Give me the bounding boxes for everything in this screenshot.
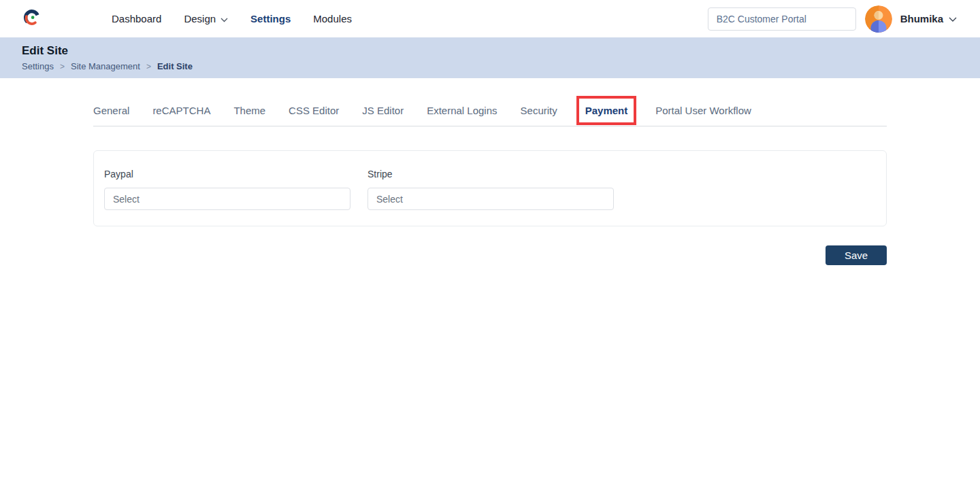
user-name: Bhumika	[900, 13, 943, 24]
nav-item-dashboard[interactable]: Dashboard	[112, 13, 161, 24]
breadcrumb-separator: >	[60, 62, 65, 71]
tab-general[interactable]: General	[93, 105, 129, 116]
main-menu: Dashboard Design Settings Modules	[112, 13, 352, 24]
stripe-field: Stripe Select	[368, 169, 614, 210]
paypal-select[interactable]: Select	[104, 188, 350, 210]
breadcrumb-item-settings[interactable]: Settings	[22, 61, 54, 71]
stripe-select[interactable]: Select	[368, 188, 614, 210]
chevron-down-icon	[949, 13, 957, 24]
site-selector[interactable]: B2C Customer Portal	[708, 7, 856, 31]
tab-external-logins[interactable]: External Logins	[427, 105, 497, 116]
tab-theme[interactable]: Theme	[233, 105, 265, 116]
nav-label: Modules	[313, 13, 352, 24]
tab-portal-user-workflow[interactable]: Portal User Workflow	[655, 105, 751, 116]
paypal-label: Paypal	[104, 169, 350, 179]
tab-security[interactable]: Security	[521, 105, 557, 116]
tab-payment[interactable]: Payment	[576, 96, 637, 125]
nav-label: Dashboard	[112, 13, 161, 24]
breadcrumb-item-site-management[interactable]: Site Management	[71, 61, 140, 71]
site-selector-value: B2C Customer Portal	[717, 14, 806, 24]
tab-css-editor[interactable]: CSS Editor	[289, 105, 339, 116]
user-menu[interactable]: Bhumika	[900, 13, 957, 24]
breadcrumb-item-current: Edit Site	[157, 61, 193, 71]
paypal-select-value: Select	[113, 194, 140, 205]
app-logo[interactable]	[22, 5, 42, 33]
edit-site-content: General reCAPTCHA Theme CSS Editor JS Ed…	[93, 95, 887, 265]
stripe-select-value: Select	[376, 194, 403, 205]
chevron-down-icon	[220, 13, 228, 24]
brand-c-icon	[22, 6, 42, 32]
payment-settings-card: Paypal Select Stripe Select	[93, 150, 887, 226]
tab-bar: General reCAPTCHA Theme CSS Editor JS Ed…	[93, 95, 887, 126]
form-actions: Save	[93, 245, 887, 265]
page-header-band: Edit Site Settings > Site Management > E…	[0, 37, 980, 78]
stripe-label: Stripe	[368, 169, 614, 179]
nav-label: Settings	[250, 13, 291, 24]
paypal-field: Paypal Select	[104, 169, 350, 210]
page-title: Edit Site	[22, 44, 958, 58]
breadcrumb: Settings > Site Management > Edit Site	[22, 61, 958, 71]
save-button[interactable]: Save	[826, 245, 887, 265]
nav-item-design[interactable]: Design	[184, 13, 228, 24]
top-nav: Dashboard Design Settings Modules B2C Cu…	[0, 0, 980, 37]
avatar[interactable]	[865, 5, 892, 33]
tab-js-editor[interactable]: JS Editor	[362, 105, 404, 116]
user-avatar-icon	[865, 5, 892, 33]
nav-item-modules[interactable]: Modules	[313, 13, 352, 24]
nav-right: B2C Customer Portal Bhumika	[708, 5, 957, 33]
nav-label: Design	[184, 13, 216, 24]
tab-recaptcha[interactable]: reCAPTCHA	[152, 105, 210, 116]
nav-item-settings[interactable]: Settings	[250, 13, 291, 24]
breadcrumb-separator: >	[146, 62, 151, 71]
